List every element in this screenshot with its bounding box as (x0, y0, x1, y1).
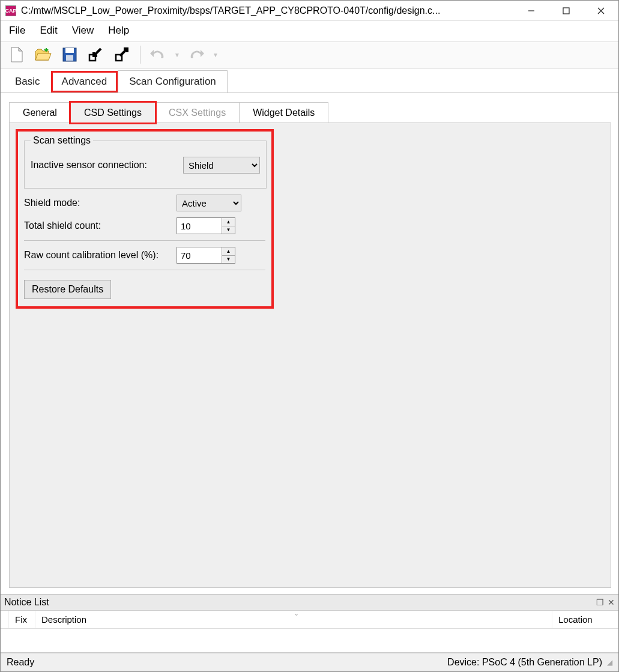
statusbar: Ready Device: PSoC 4 (5th Generation LP)… (1, 653, 618, 671)
undo-dropdown[interactable]: ▼ (174, 52, 180, 58)
svg-marker-5 (19, 47, 22, 51)
tab-advanced[interactable]: Advanced (51, 71, 118, 92)
redo-dropdown[interactable]: ▼ (213, 52, 219, 58)
inactive-sensor-label: Inactive sensor connection: (31, 160, 183, 171)
advanced-panel: General CSD Settings CSX Settings Widget… (1, 93, 618, 594)
notice-table: Fix Description Location (1, 611, 618, 653)
toolbar: ▼ ▼ (1, 41, 618, 69)
main-tab-bar: Basic Advanced Scan Configuration (1, 69, 618, 93)
inactive-sensor-select[interactable]: Shield (183, 157, 260, 174)
divider (24, 240, 265, 241)
raw-count-input[interactable] (177, 247, 222, 263)
import-button[interactable] (86, 44, 106, 65)
spin-up-icon[interactable]: ▲ (222, 247, 235, 256)
svg-rect-8 (66, 55, 73, 61)
subtab-csx-settings[interactable]: CSX Settings (155, 102, 240, 123)
notice-col-fix[interactable]: Fix (9, 611, 35, 628)
maximize-button[interactable] (549, 1, 584, 21)
menu-view[interactable]: View (72, 25, 94, 37)
window-title: C:/mtw/MSCLP_Low_Power_Proximity/bsps/TA… (21, 5, 514, 16)
shield-mode-select[interactable]: Active (177, 195, 241, 211)
subtab-widget-details[interactable]: Widget Details (239, 102, 328, 123)
notice-list-panel: Notice List ❐ ✕ Fix Description Location (1, 594, 618, 653)
svg-rect-1 (563, 8, 569, 14)
notice-col-icon[interactable] (1, 611, 9, 628)
minimize-button[interactable] (514, 1, 549, 21)
subtab-general[interactable]: General (9, 102, 71, 123)
spin-up-icon[interactable]: ▲ (222, 218, 235, 226)
restore-defaults-button[interactable]: Restore Defaults (24, 280, 111, 299)
notice-col-location[interactable]: Location (552, 611, 618, 628)
close-panel-icon[interactable]: ✕ (608, 598, 615, 607)
toolbar-separator (140, 46, 140, 64)
raw-count-label: Raw count calibration level (%): (24, 250, 177, 261)
open-file-button[interactable] (33, 44, 53, 65)
undo-button[interactable] (148, 44, 168, 65)
notice-list-title: Notice List (4, 597, 596, 608)
redo-button[interactable] (186, 44, 207, 65)
resize-grip-icon[interactable]: ◢ (607, 658, 612, 667)
raw-count-spinner[interactable]: ▲ ▼ (177, 247, 235, 264)
app-icon: CAP (5, 5, 16, 16)
notice-col-description[interactable]: Description (35, 611, 552, 628)
total-shield-count-spinner[interactable]: ▲ ▼ (177, 217, 235, 234)
svg-rect-7 (65, 48, 74, 53)
csd-settings-panel: Scan settings Inactive sensor connection… (9, 123, 611, 588)
new-file-button[interactable] (7, 44, 27, 65)
titlebar: CAP C:/mtw/MSCLP_Low_Power_Proximity/bsp… (1, 1, 618, 21)
sub-tab-bar: General CSD Settings CSX Settings Widget… (9, 101, 611, 123)
spin-down-icon[interactable]: ▼ (222, 256, 235, 264)
divider (24, 270, 265, 270)
status-device: Device: PSoC 4 (5th Generation LP) (447, 657, 602, 668)
save-button[interactable] (59, 44, 80, 65)
tab-basic[interactable]: Basic (4, 71, 51, 92)
subtab-csd-settings[interactable]: CSD Settings (70, 102, 156, 123)
restore-panel-icon[interactable]: ❐ (596, 598, 604, 607)
total-shield-count-label: Total shield count: (24, 220, 177, 231)
scan-settings-group: Scan settings Inactive sensor connection… (24, 135, 267, 189)
scan-settings-legend: Scan settings (31, 135, 93, 146)
export-button[interactable] (112, 44, 133, 65)
menu-help[interactable]: Help (108, 25, 129, 37)
menu-file[interactable]: File (9, 25, 25, 37)
status-ready: Ready (7, 657, 447, 668)
spin-down-icon[interactable]: ▼ (222, 226, 235, 234)
tab-scan-configuration[interactable]: Scan Configuration (118, 70, 228, 92)
close-button[interactable] (584, 1, 618, 21)
menu-edit[interactable]: Edit (40, 25, 57, 37)
csd-settings-highlight: Scan settings Inactive sensor connection… (16, 129, 274, 309)
menubar: File Edit View Help (1, 21, 618, 41)
total-shield-count-input[interactable] (177, 218, 222, 234)
shield-mode-label: Shield mode: (24, 198, 177, 208)
